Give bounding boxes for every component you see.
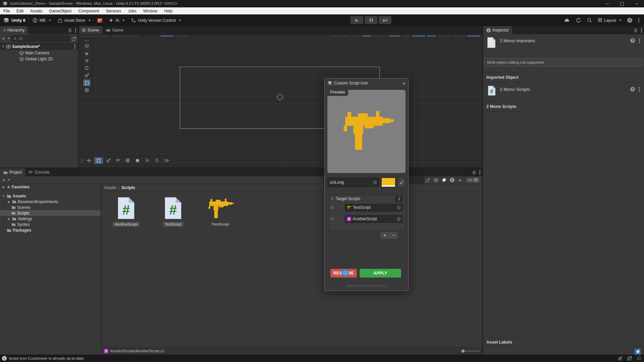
strip-tool-layers[interactable] xyxy=(143,157,152,164)
remove-script-button[interactable]: − xyxy=(392,233,394,238)
transform-tool[interactable] xyxy=(83,87,91,94)
layout-dropdown[interactable]: Layout xyxy=(598,18,621,23)
inspector-tab[interactable]: i Inspector xyxy=(483,26,512,34)
rotate-tool[interactable] xyxy=(83,65,91,71)
asset-store-dropdown[interactable]: Asset Store xyxy=(54,18,94,23)
strip-tool-sprite[interactable] xyxy=(114,157,122,164)
help-icon[interactable]: ? xyxy=(630,38,635,43)
target-scripts-count[interactable]: 2 xyxy=(395,196,403,202)
object-picker-icon[interactable] xyxy=(397,217,401,221)
cache-server-disabled-icon[interactable] xyxy=(627,356,632,361)
mono-scripts-kebab-icon[interactable] xyxy=(639,87,640,92)
strip-tool-grid[interactable] xyxy=(123,157,132,164)
picker-expand-icon[interactable] xyxy=(426,178,430,182)
strip-tool-cross[interactable] xyxy=(104,157,113,164)
scene-tab[interactable]: Scene xyxy=(79,26,102,34)
hierarchy-kebab-icon[interactable] xyxy=(75,28,76,33)
target-scripts-foldout-icon[interactable]: ▼ xyxy=(331,197,334,200)
menu-component[interactable]: Component xyxy=(75,9,102,13)
tree-node-scripts-selected[interactable]: Scripts xyxy=(0,210,101,216)
search-icon[interactable] xyxy=(587,18,592,23)
object-picker-icon[interactable] xyxy=(373,180,377,184)
menu-jobs[interactable]: Jobs xyxy=(124,9,140,13)
menu-help[interactable]: Help xyxy=(161,9,176,13)
help-icon[interactable]: ? xyxy=(630,87,635,92)
debugger-disabled-icon[interactable] xyxy=(618,356,623,361)
tree-node-settings[interactable]: ▶ Settings xyxy=(0,216,101,222)
scene-header-row[interactable]: ▼ SampleScene* xyxy=(0,43,78,50)
add-object-caret-icon[interactable] xyxy=(8,38,10,39)
strip-tool-joint[interactable] xyxy=(85,157,93,164)
view-hand-tool[interactable] xyxy=(83,50,91,57)
lock-icon[interactable] xyxy=(68,28,72,33)
close-button[interactable]: × xyxy=(629,0,644,7)
play-button[interactable]: ▶ xyxy=(351,16,363,24)
object-picker-icon[interactable] xyxy=(397,205,401,209)
version-control-dropdown[interactable]: Unity Version Control xyxy=(128,18,184,23)
hierarchy-search-input[interactable] xyxy=(11,35,70,42)
strip-tool-rect[interactable] xyxy=(94,157,103,164)
background-activity-spinner-icon[interactable] xyxy=(637,356,641,361)
breadcrumb-assets[interactable]: Assets xyxy=(104,185,116,190)
console-tab[interactable]: Console xyxy=(25,168,53,176)
alert-indicator[interactable] xyxy=(94,18,106,23)
asset-thirdscript[interactable]: ThirdScript xyxy=(204,196,236,227)
light-gizmo-icon[interactable] xyxy=(277,94,283,100)
lock-icon[interactable] xyxy=(634,28,638,33)
project-kebab-icon[interactable] xyxy=(479,170,480,175)
filter-by-label-icon[interactable] xyxy=(442,178,446,182)
status-message[interactable]: Script Icon Customiser is already up-to-… xyxy=(9,356,85,360)
strip-tool-search[interactable] xyxy=(153,157,161,164)
tree-node-packages[interactable]: Packages xyxy=(0,227,101,233)
maximize-button[interactable] xyxy=(614,0,629,7)
help-icon[interactable]: ? xyxy=(627,18,632,23)
tools-drag-handle[interactable] xyxy=(85,41,89,41)
tree-node-scenes[interactable]: Scenes xyxy=(0,204,101,210)
tool-context-dropdown[interactable] xyxy=(83,43,91,49)
strip-tool-circle[interactable] xyxy=(133,157,142,164)
rect-tool[interactable] xyxy=(83,79,91,86)
pause-button[interactable] xyxy=(365,16,377,24)
dialog-titlebar[interactable]: Custom Script Icon × xyxy=(325,78,408,88)
asset-anotherscript[interactable]: AnotherScript xyxy=(110,196,142,227)
cloud-icon[interactable] xyxy=(564,18,570,22)
eyedropper-button[interactable] xyxy=(397,178,406,187)
foldout-open-icon[interactable]: ▼ xyxy=(1,45,5,48)
asset-label-tag-button[interactable] xyxy=(635,349,641,355)
target-script-row-1[interactable]: TestScript xyxy=(329,202,405,213)
target-script-row-2[interactable]: # AnotherScript xyxy=(329,214,405,224)
inspector-kebab-icon[interactable] xyxy=(641,28,642,33)
hidden-count-badge[interactable]: 30 xyxy=(466,177,480,183)
add-object-button[interactable]: + xyxy=(2,36,5,41)
project-tab[interactable]: Project xyxy=(0,168,25,176)
menu-file[interactable]: File xyxy=(0,9,13,13)
account-dropdown[interactable]: MB xyxy=(29,18,54,23)
breadcrumb-scripts[interactable]: Scripts xyxy=(121,185,135,190)
color-swatch[interactable] xyxy=(381,178,395,187)
tree-node-assets[interactable]: ▼ Assets xyxy=(0,193,101,199)
scene-canvas[interactable] xyxy=(79,37,482,168)
filter-importance-icon[interactable]: ! xyxy=(450,178,454,182)
menu-window[interactable]: Window xyxy=(140,9,161,13)
menu-gameobject[interactable]: GameObject xyxy=(46,9,75,13)
toolbar-kebab-icon[interactable] xyxy=(638,18,639,22)
menu-edit[interactable]: Edit xyxy=(13,9,27,13)
dialog-close-icon[interactable]: × xyxy=(402,80,406,86)
drag-handle-icon[interactable] xyxy=(331,218,334,220)
asset-testscript[interactable]: TestScript xyxy=(157,196,189,227)
add-script-button[interactable]: + xyxy=(383,233,386,238)
ai-dropdown[interactable]: AI xyxy=(106,18,128,23)
picker-expand-icon[interactable] xyxy=(72,37,76,41)
lock-icon[interactable] xyxy=(472,170,476,175)
tree-node-basementexperiments[interactable]: ▶ BasementExperiments xyxy=(0,199,101,204)
undo-history-icon[interactable] xyxy=(576,18,581,23)
create-asset-caret-icon[interactable] xyxy=(8,179,10,181)
importer-kebab-icon[interactable] xyxy=(639,39,640,43)
strip-tool-extra[interactable] xyxy=(162,157,171,164)
favorites-filter-icon[interactable]: ★ xyxy=(458,178,462,183)
tree-node-sprites[interactable]: Sprites xyxy=(0,222,101,227)
menu-services[interactable]: Services xyxy=(102,9,124,13)
menu-assets[interactable]: Assets xyxy=(27,9,46,13)
move-tool[interactable] xyxy=(83,57,91,64)
strip-drag-handle[interactable] xyxy=(81,158,83,163)
